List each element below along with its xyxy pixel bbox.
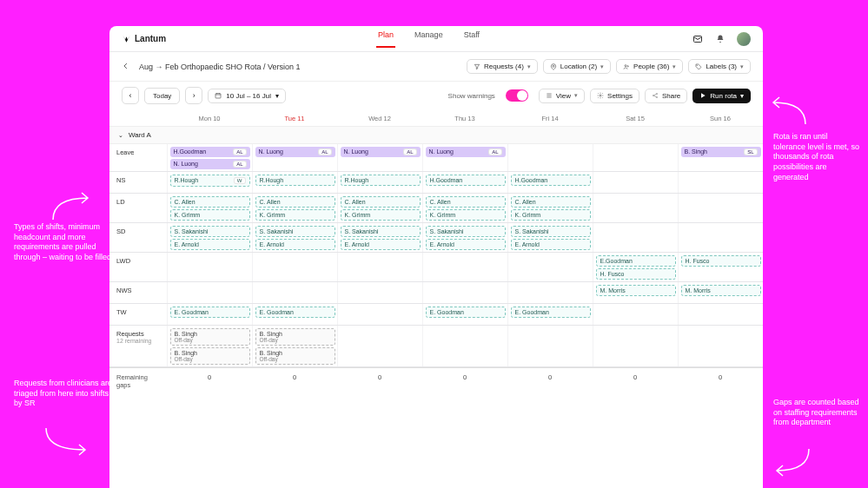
shift-chip[interactable]: M. Morris [596,285,676,296]
shift-chip[interactable]: H.Goodman [511,175,591,186]
day-col: Sun 16 [678,111,763,126]
shift-chip[interactable]: C. Allen [341,196,421,208]
request-chip[interactable]: B. SinghOff-day [170,347,250,365]
run-rota-button[interactable]: Run rota▾ [692,89,751,103]
shift-chip[interactable]: S. Sakanishi [341,226,421,237]
shift-chip[interactable]: E. Goodman [511,307,591,318]
row-label: LWD [109,253,167,269]
row-leave: Leave H.GoodmanAL N. LuongAL N. LuongAL … [109,144,763,172]
row-sd: SD S. SakanishiE. Arnold S. SakanishiE. … [109,223,763,253]
gear-icon [597,92,604,99]
ward-group[interactable]: ⌄Ward A [109,127,763,144]
row-label: NS [109,172,167,188]
request-chip[interactable]: B. SinghOff-day [255,328,335,346]
shift-chip[interactable]: N. LuongAL [426,147,506,157]
calendar-icon [215,92,222,99]
shift-chip[interactable]: H.Goodman [426,175,506,186]
shift-chip[interactable]: H.GoodmanAL [170,147,250,157]
view-button[interactable]: View▾ [539,89,585,103]
shift-chip[interactable]: E.Goodman [596,255,676,267]
chevron-down-icon: ▾ [600,63,604,70]
avatar[interactable] [737,32,751,46]
shift-chip[interactable]: K. Grimm [511,209,591,221]
breadcrumb: Aug → Feb Orthopaedic SHO Rota / Version… [139,63,301,71]
shift-chip[interactable]: K. Grimm [170,209,250,221]
shift-chip[interactable]: N. LuongAL [170,159,250,169]
shift-chip[interactable]: H. Fusco [596,268,676,280]
shift-chip[interactable]: C. Allen [255,196,335,208]
filter-requests[interactable]: Requests (4)▾ [467,59,538,74]
row-lwd: LWD E.GoodmanH. Fusco H. Fusco [109,253,763,282]
back-icon[interactable] [122,62,130,72]
shift-chip[interactable]: E. Goodman [426,307,506,318]
day-col: Thu 13 [422,111,507,126]
tab-manage[interactable]: Manage [413,30,445,48]
request-chip[interactable]: B. SinghOff-day [170,328,250,346]
svg-rect-6 [215,94,221,98]
today-button[interactable]: Today [144,88,180,104]
day-header: Mon 10 Tue 11 Wed 12 Thu 13 Fri 14 Sat 1… [109,111,763,127]
svg-point-4 [627,65,628,66]
svg-point-1 [719,41,721,43]
shift-chip[interactable]: C. Allen [511,196,591,208]
next-button[interactable]: › [185,87,202,104]
shift-chip[interactable]: C. Allen [170,196,250,208]
mail-icon[interactable] [692,33,704,45]
shift-chip[interactable]: M. Morris [681,285,761,296]
arrow-icon [766,94,810,129]
annotation: Rota is ran until tolerance level is met… [773,132,860,182]
shift-chip[interactable]: H. Fusco [681,255,761,267]
shift-chip[interactable]: K. Grimm [426,209,506,221]
shift-chip[interactable]: E. Goodman [170,307,250,318]
arrow-icon [49,189,101,224]
filter-location[interactable]: Location (2)▾ [543,59,611,74]
date-picker[interactable]: 10 Jul – 16 Jul▾ [208,89,286,103]
shift-chip[interactable]: S. Sakanishi [255,226,335,237]
shift-chip[interactable]: N. LuongAL [255,147,335,157]
gap-value: 0 [422,368,507,394]
shift-chip[interactable]: E. Arnold [341,239,421,250]
shift-chip[interactable]: N. LuongAL [341,147,421,157]
row-nws: NWS M. Morris M. Morris [109,282,763,304]
day-col: Tue 11 [252,111,337,126]
row-label: NWS [109,282,167,299]
filter-people[interactable]: People (36)▾ [616,59,683,74]
shift-chip[interactable]: E. Arnold [255,239,335,250]
day-col: Wed 12 [337,111,422,126]
shift-chip[interactable]: E. Arnold [511,239,591,250]
shift-chip[interactable]: S. Sakanishi [426,226,506,237]
brand: Lantum [122,34,166,43]
arrow-icon [42,424,94,458]
prev-button[interactable]: ‹ [122,87,139,104]
row-label: SD [109,223,167,240]
shift-chip[interactable]: K. Grimm [341,209,421,221]
share-button[interactable]: Share [645,89,687,103]
shift-chip[interactable]: S. Sakanishi [170,226,250,237]
shift-chip[interactable]: R.Hough [255,175,335,186]
tab-plan[interactable]: Plan [376,30,395,48]
shift-chip[interactable]: C. Allen [426,196,506,208]
tab-staff[interactable]: Staff [462,30,481,48]
shift-chip[interactable]: R.HoughW [170,175,250,187]
schedule-grid: Mon 10 Tue 11 Wed 12 Thu 13 Fri 14 Sat 1… [109,111,763,488]
shift-chip[interactable]: S. Sakanishi [511,226,591,237]
chevron-down-icon: ▾ [275,92,279,100]
shift-chip[interactable]: R.Hough [341,175,421,186]
shift-chip[interactable]: K. Grimm [255,209,335,221]
shift-chip[interactable]: E. Goodman [255,307,335,318]
settings-button[interactable]: Settings [590,89,639,103]
arrow-icon [770,445,813,479]
annotation: Requests from clinicians are triaged fro… [14,379,114,409]
shift-chip[interactable]: B. SinghSL [681,147,761,157]
gap-value: 0 [167,368,252,394]
day-col: Fri 14 [507,111,593,126]
nav-tabs: Plan Manage Staff [376,30,481,48]
chevron-down-icon: ▾ [673,63,676,70]
filter-labels[interactable]: Labels (3)▾ [688,59,751,74]
shift-chip[interactable]: E. Arnold [426,239,506,250]
bell-icon[interactable] [714,33,726,45]
shift-chip[interactable]: E. Arnold [170,239,250,250]
breadcrumb-bar: Aug → Feb Orthopaedic SHO Rota / Version… [109,52,763,82]
request-chip[interactable]: B. SinghOff-day [255,347,335,365]
warnings-toggle[interactable] [506,89,528,102]
